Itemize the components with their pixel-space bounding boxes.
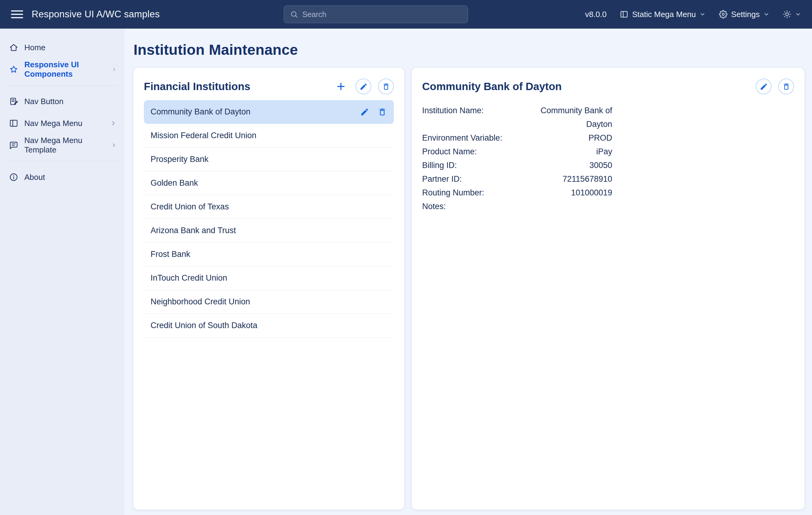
institution-detail-panel: Community Bank of Dayton Insti [412, 68, 804, 510]
nav-button-icon [9, 97, 18, 106]
field-label: Product Name: [422, 145, 522, 159]
mega-menu-label: Static Mega Menu [632, 10, 696, 19]
sidebar-item-nav-mega-menu[interactable]: Nav Mega Menu [0, 112, 125, 134]
nav-mega-menu-icon [9, 119, 18, 128]
sidebar-item-label: About [24, 172, 45, 182]
delete-institution-button[interactable] [378, 79, 394, 94]
field-label: Notes: [422, 200, 522, 213]
institution-row[interactable]: Prosperity Bank [144, 147, 394, 171]
top-bar: Responsive UI A/WC samples v8.0.0 Static… [0, 0, 812, 29]
field-value: 72115678910 [522, 172, 612, 186]
institution-name: Arizona Bank and Trust [150, 226, 236, 235]
sidebar-item-about[interactable]: About [0, 166, 125, 188]
version-label: v8.0.0 [585, 10, 607, 19]
chevron-right-icon [110, 120, 117, 127]
sidebar: Home Responsive UI Components Nav Button… [0, 29, 125, 515]
sidebar-item-label: Nav Mega Menu [24, 119, 82, 128]
panel-title: Financial Institutions [144, 80, 250, 92]
field-label: Billing ID: [422, 159, 522, 172]
field-value: 30050 [522, 159, 612, 172]
field-label: Partner ID: [422, 172, 522, 186]
gear-icon [719, 10, 727, 19]
institution-row[interactable]: Golden Bank [144, 171, 394, 195]
detail-row: Institution Name: Community Bank of Dayt… [422, 104, 612, 131]
detail-row: Partner ID: 72115678910 [422, 172, 612, 186]
app-title: Responsive UI A/WC samples [32, 9, 160, 20]
sun-icon [783, 10, 791, 19]
detail-row: Notes: [422, 200, 612, 213]
field-value: Community Bank of Dayton [522, 104, 612, 131]
search-input[interactable] [302, 10, 462, 19]
institution-name: Mission Federal Credit Union [150, 131, 256, 140]
delete-detail-button[interactable] [778, 79, 794, 94]
institution-row[interactable]: Credit Union of Texas [144, 195, 394, 219]
sidebar-item-nav-mega-menu-template[interactable]: Nav Mega Menu Template [0, 134, 125, 156]
hamburger-menu-icon[interactable] [11, 8, 23, 20]
chevron-down-icon [795, 11, 801, 17]
field-value: 101000019 [522, 186, 612, 200]
add-institution-button[interactable] [333, 79, 349, 94]
institution-name: Prosperity Bank [150, 155, 209, 164]
detail-row: Routing Number: 101000019 [422, 186, 612, 200]
chevron-down-icon [699, 11, 705, 17]
institution-name: Credit Union of South Dakota [150, 321, 257, 330]
institution-row[interactable]: Mission Federal Credit Union [144, 124, 394, 147]
star-icon [9, 65, 18, 74]
edit-institution-button[interactable] [355, 79, 371, 94]
institution-name: InTouch Credit Union [150, 273, 227, 283]
trash-icon [382, 82, 390, 91]
detail-row: Product Name: iPay [422, 145, 612, 159]
detail-row: Billing ID: 30050 [422, 159, 612, 172]
field-value: PROD [522, 131, 612, 145]
top-bar-right: v8.0.0 Static Mega Menu Settings [585, 10, 801, 19]
financial-institutions-panel: Financial Institutions [134, 68, 404, 510]
settings-label: Settings [731, 10, 760, 19]
institution-name: Golden Bank [150, 179, 198, 188]
search-box[interactable] [284, 5, 468, 23]
institution-row[interactable]: InTouch Credit Union [144, 266, 394, 290]
main-content: Institution Maintenance Financial Instit… [125, 29, 812, 515]
institution-row[interactable]: Arizona Bank and Trust [144, 219, 394, 243]
institution-name: Frost Bank [150, 250, 191, 259]
trash-icon [378, 107, 387, 116]
home-icon [9, 43, 18, 52]
info-icon [9, 172, 18, 182]
theme-toggle-dropdown[interactable] [783, 10, 801, 19]
delete-row-button[interactable] [377, 107, 387, 117]
detail-row: Environment Variable: PROD [422, 131, 612, 145]
institution-name: Credit Union of Texas [150, 202, 229, 212]
edit-detail-button[interactable] [756, 79, 772, 94]
field-label: Routing Number: [422, 186, 522, 200]
institution-row-selected[interactable]: Community Bank of Dayton [144, 100, 394, 124]
chevron-down-icon [763, 11, 770, 17]
detail-fields: Institution Name: Community Bank of Dayt… [422, 104, 612, 213]
pencil-icon [760, 82, 768, 91]
institution-name: Neighborhood Credit Union [150, 297, 250, 306]
pencil-icon [359, 82, 368, 91]
detail-title: Community Bank of Dayton [422, 80, 562, 92]
chevron-right-icon [111, 142, 117, 148]
field-value: iPay [522, 145, 612, 159]
page-title: Institution Maintenance [134, 42, 804, 58]
edit-row-button[interactable] [360, 107, 370, 117]
plus-icon [335, 80, 347, 92]
search-icon [290, 10, 298, 18]
institution-row[interactable]: Frost Bank [144, 243, 394, 266]
institution-row[interactable]: Credit Union of South Dakota [144, 314, 394, 337]
sidebar-item-home[interactable]: Home [0, 36, 125, 58]
institution-row[interactable]: Neighborhood Credit Union [144, 290, 394, 314]
sidebar-item-nav-button[interactable]: Nav Button [0, 90, 125, 112]
settings-dropdown[interactable]: Settings [719, 10, 770, 19]
app-window: Responsive UI A/WC samples v8.0.0 Static… [0, 0, 812, 515]
institution-list: Community Bank of Dayton Mission Federa [144, 100, 394, 337]
mega-menu-dropdown[interactable]: Static Mega Menu [620, 10, 705, 19]
field-label: Environment Variable: [422, 131, 522, 145]
field-label: Institution Name: [422, 104, 522, 131]
field-value [522, 200, 612, 213]
sidebar-item-label: Nav Mega Menu Template [24, 136, 105, 155]
sidebar-item-responsive-ui-components[interactable]: Responsive UI Components [0, 58, 125, 80]
mega-menu-icon [620, 10, 628, 19]
chevron-right-icon [112, 66, 117, 73]
pencil-icon [360, 107, 369, 116]
sidebar-item-label: Home [24, 43, 45, 52]
